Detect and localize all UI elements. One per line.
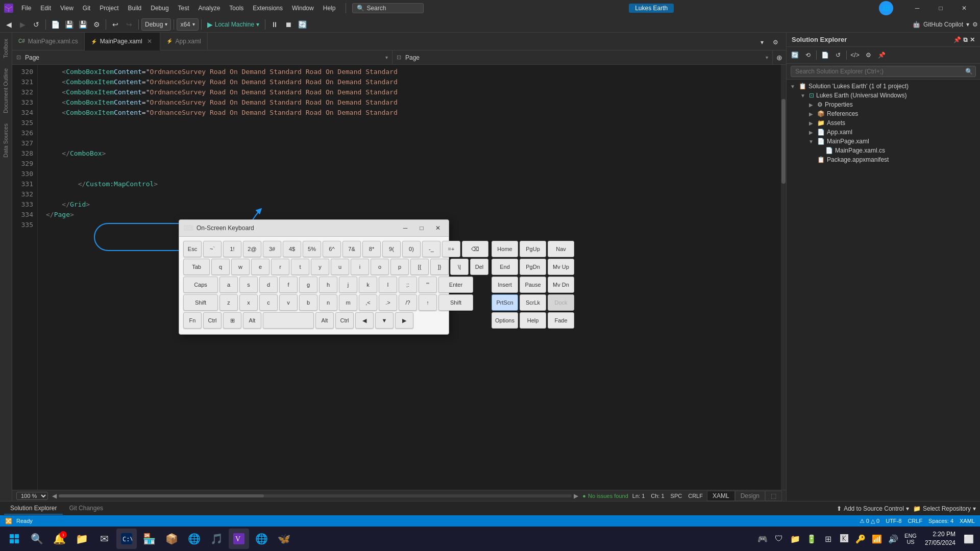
key-o[interactable]: o — [371, 259, 389, 275]
tree-project[interactable]: ▼ ⊡ Lukes Earth (Universal Windows) — [787, 91, 980, 100]
tray-antivirus[interactable]: 🛡 — [772, 532, 786, 546]
status-encoding[interactable]: UTF-8 — [886, 518, 901, 524]
menu-view[interactable]: View — [56, 3, 78, 14]
key-caps[interactable]: Caps — [183, 277, 218, 293]
close-button[interactable]: ✕ — [952, 0, 976, 16]
key-pause[interactable]: Pause — [520, 277, 546, 293]
save-btn[interactable]: 💾 — [62, 18, 76, 31]
tree-package[interactable]: 📋 Package.appxmanifest — [787, 155, 980, 164]
se-show-files-btn[interactable]: 📄 — [819, 49, 831, 61]
taskbar-edge[interactable]: 🌐 — [251, 529, 272, 549]
status-line-end[interactable]: CRLF — [908, 518, 922, 524]
nav-expand-btn[interactable]: ⊕ — [773, 51, 786, 64]
key-e[interactable]: e — [251, 259, 270, 275]
menu-debug[interactable]: Debug — [146, 3, 173, 14]
se-history-btn[interactable]: ⟲ — [802, 49, 814, 61]
system-clock[interactable]: 2:20 PM 27/05/2024 — [921, 530, 960, 547]
se-pin-btn[interactable]: 📌 — [953, 36, 961, 43]
key-mv-up[interactable]: Mv Up — [548, 259, 574, 275]
scroll-left-btn[interactable]: ◀ — [52, 492, 57, 499]
key-semicolon[interactable]: ;: — [399, 277, 417, 293]
scrollbar-horizontal[interactable] — [59, 494, 572, 497]
tree-references[interactable]: ▶ 📦 References — [787, 109, 980, 118]
view-tab-design[interactable]: Design — [735, 491, 765, 501]
language-badge[interactable]: ENGUS — [902, 533, 919, 545]
key-backslash[interactable]: \| — [450, 259, 469, 275]
tray-folder[interactable]: 📁 — [788, 532, 802, 546]
tray-volume[interactable]: 🔊 — [886, 532, 900, 546]
zoom-select[interactable]: 100 % — [16, 492, 48, 500]
key-p[interactable]: p — [390, 259, 409, 275]
key-1[interactable]: 1! — [223, 241, 241, 257]
taskbar-browser[interactable]: 🌐 — [184, 529, 204, 549]
key-pgup[interactable]: PgUp — [520, 241, 546, 257]
key-n[interactable]: n — [319, 294, 337, 311]
taskbar-mail[interactable]: ✉ — [94, 529, 114, 549]
key-4[interactable]: 4$ — [283, 241, 301, 257]
run-button[interactable]: ▶ Local Machine ▾ — [204, 19, 262, 30]
view-tab-xaml[interactable]: XAML — [707, 491, 735, 501]
taskbar-notification[interactable]: 🔔 1 — [49, 529, 69, 549]
tab-mainpage-cs[interactable]: C# MainPage.xaml.cs — [12, 33, 85, 50]
key-end[interactable]: End — [492, 259, 518, 275]
se-properties-btn[interactable]: ⚙ — [862, 49, 874, 61]
key-f[interactable]: f — [279, 277, 298, 293]
key-7[interactable]: 7& — [342, 241, 361, 257]
key-nav[interactable]: Nav — [548, 241, 574, 257]
tree-app-xaml[interactable]: ▶ 📄 App.xaml — [787, 128, 980, 137]
tab-app-xaml[interactable]: ⚡ App.xaml — [160, 33, 208, 50]
key-i[interactable]: i — [351, 259, 369, 275]
key-ctrl-l[interactable]: Ctrl — [203, 312, 222, 329]
key-y[interactable]: y — [311, 259, 329, 275]
tray-kleopatra[interactable]: 🔑 — [853, 532, 868, 546]
tab-close-button[interactable]: ✕ — [145, 37, 154, 45]
key-pgdn[interactable]: PgDn — [520, 259, 546, 275]
copilot-dropdown[interactable]: ▾ — [966, 21, 969, 28]
scroll-right-btn[interactable]: ▶ — [574, 492, 578, 499]
key-rbracket[interactable]: ]} — [430, 259, 449, 275]
debug-config-dropdown[interactable]: Debug ▾ — [141, 18, 171, 31]
key-b[interactable]: b — [299, 294, 317, 311]
se-pin2-btn[interactable]: 📌 — [875, 49, 888, 61]
key-s[interactable]: s — [239, 277, 258, 293]
refresh-btn[interactable]: ↺ — [30, 18, 43, 31]
key-q[interactable]: q — [211, 259, 230, 275]
taskbar-store[interactable]: 🏪 — [139, 529, 159, 549]
document-outline-tab[interactable]: Document Outline — [1, 64, 12, 117]
save-all-btn[interactable]: 💾 — [76, 18, 89, 31]
back-btn[interactable]: ◀ — [2, 18, 15, 31]
taskbar-vs[interactable]: V — [229, 529, 249, 549]
key-g[interactable]: g — [299, 277, 317, 293]
key-equals[interactable]: =+ — [442, 241, 460, 257]
key-shift-r[interactable]: Shift — [438, 294, 473, 311]
taskbar-package[interactable]: 📦 — [161, 529, 182, 549]
taskbar-search[interactable]: 🔍 — [27, 529, 47, 549]
key-tab[interactable]: Tab — [183, 259, 210, 275]
menu-file[interactable]: File — [17, 3, 35, 14]
start-button[interactable] — [4, 529, 24, 549]
osk-minimize-btn[interactable]: ─ — [399, 223, 412, 233]
menu-window[interactable]: Window — [288, 3, 318, 14]
tab-git-changes[interactable]: Git Changes — [63, 503, 109, 515]
key-quote[interactable]: '" — [419, 277, 437, 293]
select-repo-btn[interactable]: 📁 Select Repository ▾ — [913, 505, 976, 512]
key-d[interactable]: d — [259, 277, 278, 293]
taskbar-other[interactable]: 🦋 — [274, 529, 294, 549]
data-sources-tab[interactable]: Data Sources — [1, 119, 12, 162]
menu-tools[interactable]: Tools — [225, 3, 248, 14]
key-j[interactable]: j — [339, 277, 357, 293]
key-3[interactable]: 3# — [263, 241, 281, 257]
key-backspace[interactable]: ⌫ — [462, 241, 488, 257]
code-nav-right[interactable]: ⊡ Page ▾ — [393, 51, 773, 64]
undo-btn[interactable]: ↩ — [109, 18, 122, 31]
key-l[interactable]: l — [379, 277, 397, 293]
key-v[interactable]: v — [279, 294, 298, 311]
code-nav-left[interactable]: ⊡ Page ▾ — [12, 51, 393, 64]
taskbar-music[interactable]: 🎵 — [206, 529, 227, 549]
key-m[interactable]: m — [339, 294, 357, 311]
nav-dropdown-right[interactable]: ▾ — [766, 55, 768, 60]
forward-btn[interactable]: ▶ — [16, 18, 29, 31]
menu-project[interactable]: Project — [95, 3, 122, 14]
key-shift-l[interactable]: Shift — [183, 294, 218, 311]
key-tilde[interactable]: ~` — [203, 241, 222, 257]
